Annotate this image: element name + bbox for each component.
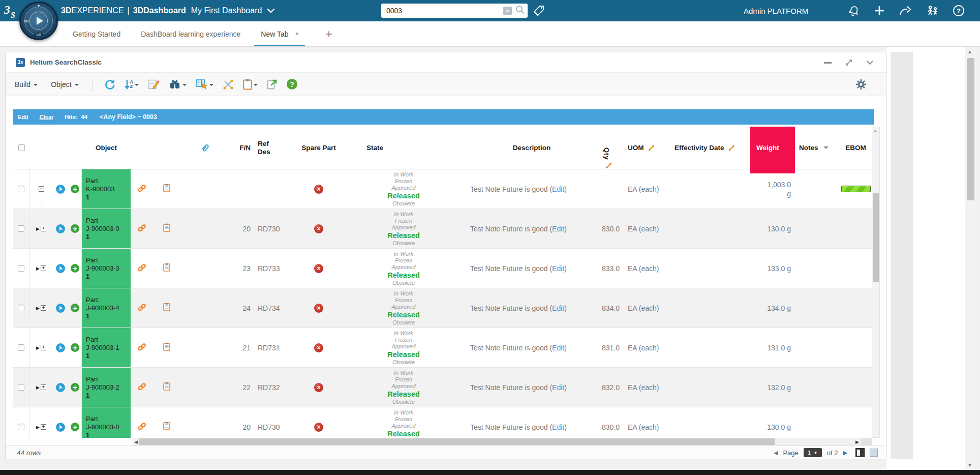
link-icon[interactable] — [137, 422, 147, 432]
row-checkbox[interactable] — [18, 186, 24, 192]
object-name-cell[interactable]: Part J-900003-1 1 — [82, 328, 131, 367]
clipboard-icon[interactable] — [163, 382, 170, 393]
object-name-cell[interactable]: Part K-900003 1 — [82, 169, 131, 209]
table-scrollbar-thumb[interactable] — [873, 193, 879, 282]
navigate-icon[interactable] — [56, 264, 65, 273]
play-icon[interactable] — [29, 12, 48, 30]
column-header-weight[interactable]: Weight — [750, 127, 795, 169]
column-header-attachment[interactable] — [180, 127, 230, 169]
add-child-icon[interactable]: + — [71, 224, 79, 233]
table-view-toggle[interactable] — [855, 448, 865, 457]
sort-icon[interactable]: AZ — [125, 79, 139, 90]
edit-description-link[interactable]: Edit — [552, 225, 564, 233]
select-all-checkbox[interactable] — [18, 144, 25, 151]
object-menu[interactable]: Object — [51, 80, 78, 88]
column-header-fn[interactable]: F/N — [230, 127, 253, 169]
clipboard-icon[interactable] — [163, 263, 170, 274]
community-people-icon[interactable] — [926, 5, 939, 16]
notes-dropdown-icon[interactable] — [823, 146, 829, 152]
tag-icon[interactable] — [532, 4, 546, 20]
next-page-button[interactable]: ▶ — [843, 450, 847, 456]
navigate-icon[interactable] — [56, 423, 65, 432]
add-content-icon[interactable] — [874, 5, 885, 16]
link-icon[interactable] — [137, 382, 147, 393]
column-header-object[interactable]: Object — [82, 127, 131, 169]
add-tab-button[interactable]: + — [325, 21, 332, 46]
object-name-cell[interactable]: Part J-900003-2 1 — [82, 368, 131, 407]
collapse-widget-icon[interactable] — [866, 60, 874, 66]
scroll-up-icon[interactable]: ▲ — [967, 49, 972, 54]
clear-search-icon[interactable]: × — [503, 7, 512, 15]
tab-new-tab[interactable]: New Tab▾ — [254, 21, 305, 46]
row-checkbox[interactable] — [18, 424, 24, 430]
table-vertical-scrollbar[interactable]: ▲ — [872, 127, 880, 438]
edit-description-link[interactable]: Edit — [552, 264, 564, 273]
table-horizontal-scrollbar[interactable]: ◀ ▶ — [133, 438, 872, 446]
filter-clear-link[interactable]: Clear — [40, 114, 54, 120]
object-name-cell[interactable]: Part J-900003-0 1 — [82, 407, 131, 438]
scroll-down-icon[interactable]: ▼ — [967, 462, 972, 468]
search-icon[interactable] — [515, 5, 525, 16]
link-icon[interactable] — [137, 224, 147, 234]
row-checkbox[interactable] — [18, 344, 24, 351]
row-checkbox[interactable] — [18, 384, 24, 391]
add-child-icon[interactable]: + — [71, 343, 79, 352]
add-child-icon[interactable]: + — [71, 264, 79, 273]
page-scrollbar-thumb[interactable] — [967, 58, 974, 200]
edit-description-link[interactable]: Edit — [552, 423, 564, 431]
h-scrollbar-thumb[interactable] — [139, 438, 775, 445]
build-menu[interactable]: Build — [15, 80, 38, 88]
row-checkbox[interactable] — [18, 225, 24, 232]
help-icon[interactable]: ? — [953, 5, 965, 17]
chevron-down-icon[interactable] — [267, 8, 275, 13]
column-header-ebom[interactable]: EBOM — [840, 127, 872, 169]
global-search[interactable]: × — [381, 4, 528, 18]
search-input[interactable] — [386, 7, 503, 15]
tree-expand-icon[interactable]: ▶+ — [36, 424, 46, 430]
scroll-right-icon[interactable]: ▶ — [854, 439, 861, 444]
add-child-icon[interactable]: + — [71, 185, 79, 193]
export-icon[interactable] — [267, 79, 278, 90]
page-select[interactable]: 1▼ — [804, 448, 822, 457]
object-name-cell[interactable]: Part J-900003-3 1 — [82, 249, 131, 288]
clipboard-icon[interactable] — [163, 342, 170, 353]
prev-page-button[interactable]: ◀ — [774, 450, 778, 456]
page-scrollbar[interactable]: ▲ ▼ — [965, 47, 976, 470]
link-icon[interactable] — [137, 303, 147, 313]
scroll-up-icon[interactable]: ▲ — [873, 129, 877, 133]
link-icon[interactable] — [137, 263, 147, 274]
add-child-icon[interactable]: + — [71, 423, 79, 431]
tree-expand-icon[interactable]: ▶+ — [36, 305, 46, 311]
column-header-ref-des[interactable]: Ref Des — [253, 127, 293, 169]
object-name-cell[interactable]: Part J-900003-0 1 — [82, 209, 131, 248]
navigate-icon[interactable] — [56, 224, 65, 233]
minimize-widget-icon[interactable] — [824, 62, 832, 64]
chevron-down-icon[interactable]: ▾ — [296, 31, 299, 37]
tree-collapse-icon[interactable]: − — [39, 186, 44, 192]
clipboard-icon[interactable] — [163, 422, 170, 432]
scroll-left-icon[interactable]: ◀ — [133, 439, 139, 444]
row-checkbox[interactable] — [18, 265, 24, 272]
card-view-toggle[interactable] — [870, 449, 878, 457]
clipboard-collection-icon[interactable] — [243, 79, 258, 90]
edit-description-link[interactable]: Edit — [552, 304, 564, 312]
notifications-bell-icon[interactable] — [848, 5, 860, 17]
tree-expand-icon[interactable]: ▶+ — [36, 226, 46, 231]
column-header-description[interactable]: Description — [463, 127, 593, 169]
dashboard-name[interactable]: My First Dashboard — [191, 6, 262, 15]
tab-getting-started[interactable]: Getting Started — [66, 21, 127, 46]
settings-gear-icon[interactable] — [855, 79, 867, 92]
column-header-notes[interactable]: Notes — [795, 127, 840, 169]
edit-notes-icon[interactable] — [148, 79, 160, 90]
link-icon[interactable] — [137, 343, 147, 353]
tree-expand-icon[interactable]: ▶+ — [36, 265, 46, 271]
column-header-spare-part[interactable]: Spare Part — [293, 127, 344, 169]
column-select-icon[interactable] — [196, 79, 213, 90]
link-icon[interactable] — [137, 184, 147, 194]
tree-expand-icon[interactable]: ▶+ — [36, 384, 46, 390]
navigate-icon[interactable] — [56, 185, 65, 194]
navigate-icon[interactable] — [56, 343, 65, 352]
clipboard-icon[interactable] — [163, 303, 170, 313]
object-name-cell[interactable]: Part J-900003-4 1 — [82, 288, 131, 328]
column-header-effectivity-date[interactable]: Effectivity Date — [668, 127, 750, 169]
